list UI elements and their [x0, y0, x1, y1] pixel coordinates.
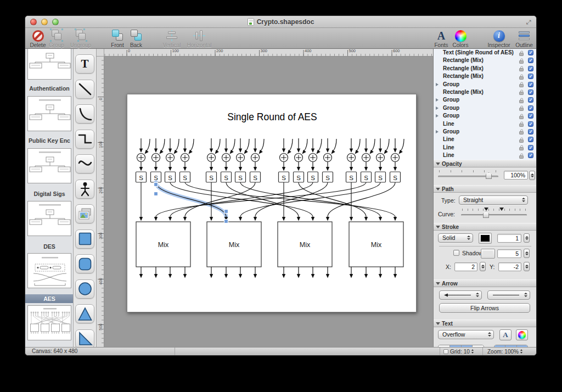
- align-horizontal-button[interactable]: Horizontal: [180, 29, 218, 48]
- text-color-button[interactable]: [516, 329, 528, 340]
- layer-row[interactable]: Line✓: [434, 136, 536, 143]
- visibility-checkbox[interactable]: ✓: [528, 50, 533, 55]
- shadow-color-well[interactable]: [481, 249, 495, 259]
- stroke-width-field[interactable]: 1: [497, 234, 521, 243]
- stroke-style-popup[interactable]: Solid: [438, 233, 473, 243]
- visibility-checkbox[interactable]: ✓: [528, 105, 533, 111]
- lock-icon[interactable]: [519, 129, 524, 135]
- aes-column-1-0[interactable]: S: [206, 138, 221, 182]
- grid-checkbox[interactable]: [443, 349, 448, 354]
- aes-column-2-2[interactable]: S: [308, 138, 322, 182]
- diagram-title[interactable]: Single Round of AES: [227, 111, 317, 122]
- lock-icon[interactable]: [519, 153, 524, 159]
- shift-line-1-1[interactable]: [226, 182, 299, 217]
- shape-thumbnail-partial[interactable]: [27, 49, 71, 80]
- arrow-start-popup[interactable]: [439, 290, 482, 300]
- aes-column-0-0[interactable]: S: [136, 138, 150, 182]
- layer-row[interactable]: Rectangle (Mix)✓: [434, 88, 536, 96]
- lock-icon[interactable]: [519, 98, 524, 103]
- shadow-checkbox[interactable]: [453, 250, 459, 256]
- opacity-stepper[interactable]: [529, 171, 535, 180]
- aes-column-1-2[interactable]: S: [235, 138, 250, 182]
- visibility-checkbox[interactable]: ✓: [528, 153, 533, 158]
- aes-column-3-0[interactable]: S: [346, 138, 361, 182]
- curve-slider[interactable]: [461, 214, 527, 216]
- lock-icon[interactable]: [519, 89, 524, 95]
- canvas-page[interactable]: Single Round of AESSSSSSSSSSSSSSSSSMixMi…: [127, 94, 417, 312]
- tool-elbow-button[interactable]: [75, 130, 94, 149]
- text-overflow-popup[interactable]: Overflow: [438, 330, 494, 339]
- shift-line-2-3[interactable]: [255, 182, 328, 217]
- visibility-checkbox[interactable]: ✓: [528, 97, 533, 103]
- lock-icon[interactable]: [519, 114, 524, 119]
- opacity-section-header[interactable]: Opacity: [434, 160, 536, 167]
- tool-line-button[interactable]: [75, 80, 94, 99]
- tool-ellipse-button[interactable]: [75, 279, 94, 299]
- layer-row[interactable]: Rectangle (Mix)✓: [434, 72, 536, 80]
- path-section-header[interactable]: Path: [434, 185, 536, 193]
- shadow-y-field[interactable]: -2: [498, 262, 521, 271]
- disclosure-triangle-icon[interactable]: [436, 107, 439, 110]
- outline-button[interactable]: Outline: [505, 29, 537, 48]
- lock-icon[interactable]: [519, 145, 524, 150]
- visibility-checkbox[interactable]: ✓: [528, 137, 533, 142]
- canvas-area[interactable]: 0100200300400500600 0100200300400500 Sin…: [97, 49, 434, 347]
- visibility-checkbox[interactable]: ✓: [528, 89, 533, 95]
- opacity-slider-thumb[interactable]: [486, 172, 492, 179]
- layer-row[interactable]: Rectangle (Mix)✓: [434, 65, 536, 72]
- fullscreen-icon[interactable]: ⤢: [525, 18, 532, 26]
- layer-row[interactable]: Line✓: [434, 120, 536, 128]
- shadow-y-stepper[interactable]: [524, 262, 530, 271]
- selection-handle[interactable]: [154, 183, 158, 187]
- stroke-width-stepper[interactable]: [524, 233, 530, 243]
- aes-column-0-2[interactable]: S: [165, 138, 179, 182]
- shift-line-3-3[interactable]: [328, 182, 395, 217]
- shadow-x-stepper[interactable]: [480, 262, 486, 271]
- stroke-color-well[interactable]: [479, 233, 492, 244]
- lock-icon[interactable]: [519, 105, 524, 111]
- selection-handle[interactable]: [224, 210, 228, 214]
- shape-thumbnail-authentication[interactable]: [27, 96, 71, 131]
- lock-icon[interactable]: [519, 51, 524, 56]
- layer-row[interactable]: Line✓: [434, 152, 536, 159]
- layer-row[interactable]: Group✓: [434, 128, 536, 136]
- arrow-end-popup[interactable]: [487, 290, 530, 300]
- disclosure-triangle-icon[interactable]: [436, 114, 439, 117]
- layer-row[interactable]: Group✓: [434, 104, 536, 112]
- lock-icon[interactable]: [519, 82, 524, 87]
- tool-triangle-button[interactable]: [75, 304, 94, 323]
- layer-row[interactable]: Group✓: [434, 112, 536, 120]
- arrow-section-header[interactable]: Arrow: [434, 279, 536, 287]
- lock-icon[interactable]: [519, 66, 524, 71]
- shape-thumbnail-digital-sigs[interactable]: [27, 201, 71, 236]
- visibility-checkbox[interactable]: ✓: [528, 66, 533, 71]
- disclosure-triangle-icon[interactable]: [436, 98, 439, 102]
- aes-column-0-3[interactable]: S: [180, 138, 194, 182]
- shape-thumbnail-des[interactable]: [27, 253, 71, 288]
- lock-icon[interactable]: [519, 121, 524, 127]
- visibility-checkbox[interactable]: ✓: [528, 129, 533, 135]
- visibility-checkbox[interactable]: ✓: [528, 58, 533, 63]
- aes-column-1-3[interactable]: S: [250, 138, 265, 182]
- shape-thumbnail-aes[interactable]: [27, 305, 71, 340]
- aes-column-2-3[interactable]: S: [323, 138, 337, 182]
- visibility-checkbox[interactable]: ✓: [528, 121, 533, 127]
- visibility-checkbox[interactable]: ✓: [528, 145, 533, 150]
- lock-icon[interactable]: [519, 58, 524, 64]
- shadow-blur-stepper[interactable]: [524, 249, 530, 258]
- zoom-stepper[interactable]: [520, 349, 522, 354]
- shadow-blur-field[interactable]: 5: [497, 249, 521, 258]
- lock-icon[interactable]: [519, 74, 524, 80]
- opacity-field[interactable]: 100%: [504, 171, 528, 180]
- layer-row[interactable]: Line✓: [434, 144, 536, 152]
- visibility-checkbox[interactable]: ✓: [528, 74, 533, 79]
- aes-column-3-2[interactable]: S: [375, 138, 390, 182]
- tool-curve-button[interactable]: [75, 104, 94, 124]
- aes-column-2-0[interactable]: S: [279, 138, 293, 182]
- grid-stepper[interactable]: [471, 349, 474, 354]
- flip-arrows-button[interactable]: Flip Arrows: [439, 303, 530, 313]
- tool-right-triangle-button[interactable]: [75, 329, 94, 348]
- lock-icon[interactable]: [519, 137, 524, 143]
- selection-handle[interactable]: [154, 192, 158, 196]
- stroke-section-header[interactable]: Stroke: [434, 223, 536, 231]
